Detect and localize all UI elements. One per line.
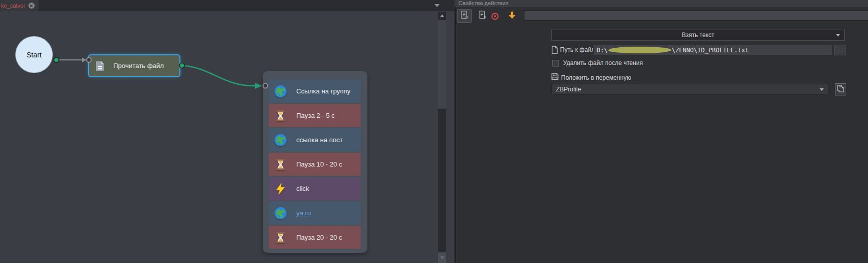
hourglass-icon (274, 109, 287, 122)
copy-icon (837, 85, 844, 94)
globe-icon (274, 207, 287, 220)
read-file-node-label: Прочитать файл (113, 62, 164, 70)
properties-view-button[interactable] (457, 9, 472, 23)
action-type-value: Взять текст (681, 31, 714, 39)
file-path-value-end: \ZENNO\ID_PROFILE.txt (672, 47, 749, 54)
chevron-down-icon (836, 34, 840, 37)
tab-list-dropdown-icon[interactable] (435, 4, 440, 7)
file-path-label: Путь к файлу (560, 46, 598, 53)
group-node-label: Пауза 20 - 20 с (296, 234, 342, 241)
record-icon (491, 13, 499, 20)
page-icon (551, 46, 558, 56)
panel-title: Свойства действия (455, 0, 868, 7)
group-node-label[interactable]: ya.ru (296, 209, 311, 217)
properties-edit-button[interactable] (475, 9, 489, 23)
file-path-value-start: D:\ (597, 47, 608, 54)
properties-toolbar (456, 7, 868, 24)
hourglass-icon (274, 231, 287, 244)
delete-after-read-row: Удалить файл после чтения (552, 59, 643, 67)
put-to-variable-row: Положить в переменную (551, 73, 631, 82)
group-node[interactable]: Пауза 20 - 20 с (269, 226, 361, 249)
group-node-label: Пауза 2 - 5 с (296, 112, 335, 119)
group-node[interactable]: Пауза 2 - 5 с (269, 104, 361, 127)
flowchart-canvas-area: ke_catvor Start Прочитать файл Ссылка на… (0, 0, 454, 263)
group-node[interactable]: Пауза 10 - 20 с (269, 153, 361, 176)
scroll-down-icon[interactable] (438, 252, 446, 263)
scrollbar-thumb[interactable] (438, 20, 446, 109)
document-lightning-icon (478, 10, 487, 22)
globe-icon (274, 134, 287, 147)
group-node[interactable]: click (269, 177, 361, 200)
delete-after-read-checkbox[interactable] (552, 60, 559, 67)
copy-variable-button[interactable] (835, 83, 846, 95)
action-group-nodes: Ссылка на группу Пауза 2 - 5 с ссылка на… (269, 80, 361, 249)
read-file-node[interactable]: Прочитать файл (88, 54, 180, 77)
zennoposter-window: ke_catvor Start Прочитать файл Ссылка на… (0, 0, 868, 263)
group-node[interactable]: ya.ru (269, 202, 361, 224)
chevron-down-icon (820, 88, 824, 91)
redaction-blob (608, 47, 671, 53)
save-floppy-icon[interactable] (551, 73, 559, 82)
project-tab-bar: ke_catvor (0, 0, 454, 11)
canvas-vertical-scrollbar[interactable] (438, 12, 446, 263)
group-node-label: Пауза 10 - 20 с (296, 160, 342, 168)
edge-readfile-to-group (179, 63, 268, 89)
file-path-input[interactable]: D:\ \ZENNO\ID_PROFILE.txt (593, 45, 833, 55)
flowchart-canvas[interactable]: Start Прочитать файл Ссылка на группу Па… (0, 12, 454, 263)
down-arrow-icon (508, 11, 516, 22)
action-type-select[interactable]: Взять текст (551, 29, 845, 41)
group-node-label: ссылка на пост (296, 136, 343, 144)
group-node-label: Ссылка на группу (296, 87, 351, 95)
browse-file-button[interactable]: ... (834, 45, 846, 55)
group-node[interactable]: Ссылка на группу (269, 80, 361, 103)
record-action-button[interactable] (488, 9, 502, 23)
action-properties-panel: Свойства действия (455, 0, 868, 263)
tab-close-icon[interactable] (28, 3, 35, 9)
connector-layer (0, 12, 454, 263)
group-node-label: click (296, 185, 309, 192)
lightning-icon (274, 182, 287, 195)
variable-select[interactable]: ZBProfile (551, 84, 828, 95)
start-node[interactable]: Start (15, 36, 53, 73)
put-to-variable-label: Положить в переменную (561, 74, 631, 81)
browse-button-label: ... (837, 47, 843, 53)
delete-after-read-label: Удалить файл после чтения (563, 59, 643, 67)
globe-icon (274, 85, 287, 98)
action-comment-input[interactable] (524, 10, 868, 21)
project-tab[interactable]: ke_catvor (0, 0, 39, 11)
run-to-here-button[interactable] (505, 9, 519, 23)
hourglass-icon (274, 158, 287, 171)
edge-start-to-readfile (54, 57, 91, 62)
start-node-label: Start (26, 51, 42, 59)
project-tab-label: ke_catvor (1, 3, 25, 9)
document-gear-icon (460, 10, 470, 22)
group-node[interactable]: ссылка на пост (269, 128, 361, 151)
scroll-up-icon[interactable] (438, 12, 446, 20)
action-group[interactable]: Ссылка на группу Пауза 2 - 5 с ссылка на… (263, 71, 367, 253)
file-document-icon (94, 60, 106, 72)
variable-value: ZBProfile (556, 86, 581, 93)
